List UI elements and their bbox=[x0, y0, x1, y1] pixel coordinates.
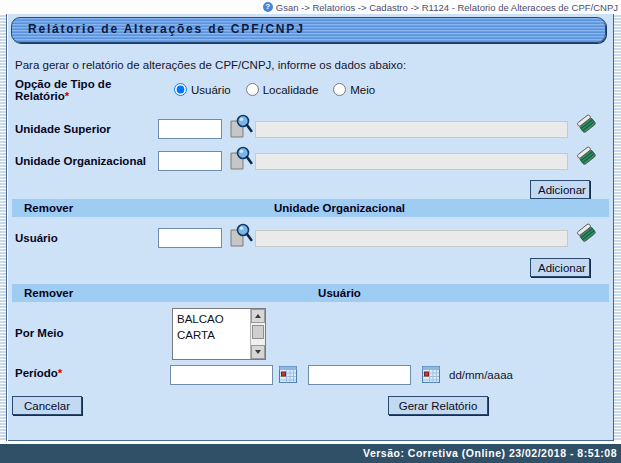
unidade-organizacional-search-button[interactable] bbox=[229, 146, 253, 172]
usuario-clear-button[interactable] bbox=[574, 220, 598, 246]
listbox-scrollbar bbox=[250, 309, 265, 359]
report-type-label: Opção de Tipo de Relatório* bbox=[15, 78, 133, 102]
intro-text: Para gerar o relatório de alterações de … bbox=[15, 59, 406, 71]
unidade-organizacional-label: Unidade Organizacional bbox=[15, 155, 146, 167]
periodo-end-calendar-button[interactable] bbox=[422, 366, 440, 383]
unidade-superior-search-button[interactable] bbox=[229, 114, 253, 140]
periodo-start-calendar-button[interactable] bbox=[279, 366, 297, 383]
header-unidade-organizacional: Unidade Organizacional bbox=[70, 202, 609, 214]
header-usuario: Usuário bbox=[70, 287, 609, 299]
magnifier-icon bbox=[229, 146, 253, 172]
listbox-option-carta[interactable]: CARTA bbox=[173, 327, 250, 343]
right-edge-decoration bbox=[613, 14, 621, 441]
help-icon[interactable]: ? bbox=[263, 2, 273, 12]
unidade-table-header: Remover Unidade Organizacional bbox=[12, 199, 609, 217]
gerar-relatorio-button[interactable]: Gerar Relatório bbox=[388, 396, 488, 415]
cancelar-button[interactable]: Cancelar bbox=[12, 396, 82, 415]
unidade-superior-input[interactable] bbox=[158, 119, 222, 139]
top-bar: ? Gsan -> Relatorios -> Cadastro -> R112… bbox=[0, 0, 621, 14]
required-asterisk: * bbox=[58, 367, 62, 379]
unidade-superior-label: Unidade Superior bbox=[15, 123, 111, 135]
unidade-organizacional-input[interactable] bbox=[158, 151, 222, 171]
radio-usuario-label[interactable]: Usuário bbox=[191, 84, 231, 96]
radio-localidade[interactable] bbox=[246, 83, 259, 96]
eraser-icon bbox=[574, 111, 598, 137]
periodo-label: Período* bbox=[15, 367, 62, 379]
eraser-icon bbox=[574, 220, 598, 246]
unidade-organizacional-clear-button[interactable] bbox=[574, 143, 598, 169]
radio-usuario[interactable] bbox=[174, 83, 187, 96]
scroll-down-button[interactable] bbox=[251, 345, 265, 359]
adicionar-unidade-button[interactable]: Adicionar bbox=[530, 180, 590, 199]
breadcrumb: Gsan -> Relatorios -> Cadastro -> R1124 … bbox=[276, 2, 618, 13]
calendar-icon bbox=[422, 366, 440, 383]
usuario-search-button[interactable] bbox=[229, 223, 253, 249]
magnifier-icon bbox=[229, 114, 253, 140]
arrow-up-icon bbox=[255, 314, 261, 318]
periodo-end-input[interactable] bbox=[308, 365, 411, 385]
unidade-superior-clear-button[interactable] bbox=[574, 111, 598, 137]
report-type-radio-group: Usuário Localidade Meio bbox=[174, 83, 375, 96]
eraser-icon bbox=[574, 143, 598, 169]
page-title: Relátorio de Alterações de CPF/CNPJ bbox=[12, 18, 605, 41]
radio-meio[interactable] bbox=[333, 83, 346, 96]
calendar-icon bbox=[279, 366, 297, 383]
por-meio-listbox[interactable]: BALCAO CARTA bbox=[172, 308, 266, 360]
scroll-thumb[interactable] bbox=[252, 325, 264, 339]
radio-meio-label[interactable]: Meio bbox=[350, 84, 375, 96]
unidade-superior-display bbox=[255, 121, 568, 138]
unidade-organizacional-display bbox=[255, 153, 568, 170]
version-bar: Versão: Corretiva (Online) 23/02/2018 - … bbox=[0, 444, 621, 463]
content-panel: Relátorio de Alterações de CPF/CNPJ Para… bbox=[8, 14, 613, 441]
usuario-display bbox=[255, 230, 568, 247]
usuario-label: Usuário bbox=[15, 232, 58, 244]
gsan-window: ? Gsan -> Relatorios -> Cadastro -> R112… bbox=[0, 0, 621, 463]
usuario-input[interactable] bbox=[158, 228, 222, 248]
listbox-option-balcao[interactable]: BALCAO bbox=[173, 311, 250, 327]
scroll-up-button[interactable] bbox=[251, 309, 265, 323]
date-format-hint: dd/mm/aaaa bbox=[449, 369, 513, 381]
radio-localidade-label[interactable]: Localidade bbox=[263, 84, 319, 96]
magnifier-icon bbox=[229, 223, 253, 249]
por-meio-options: BALCAO CARTA bbox=[173, 309, 250, 359]
page-title-bar: Relátorio de Alterações de CPF/CNPJ bbox=[11, 17, 606, 43]
header-remover: Remover bbox=[12, 287, 70, 299]
required-asterisk: * bbox=[65, 90, 69, 102]
scroll-track[interactable] bbox=[251, 323, 265, 345]
header-remover: Remover bbox=[12, 202, 70, 214]
periodo-start-input[interactable] bbox=[170, 365, 273, 385]
por-meio-label: Por Meio bbox=[15, 327, 64, 339]
usuario-table-header: Remover Usuário bbox=[12, 284, 609, 302]
adicionar-usuario-button[interactable]: Adicionar bbox=[530, 258, 590, 277]
arrow-down-icon bbox=[255, 350, 261, 354]
left-edge-decoration bbox=[0, 14, 7, 441]
